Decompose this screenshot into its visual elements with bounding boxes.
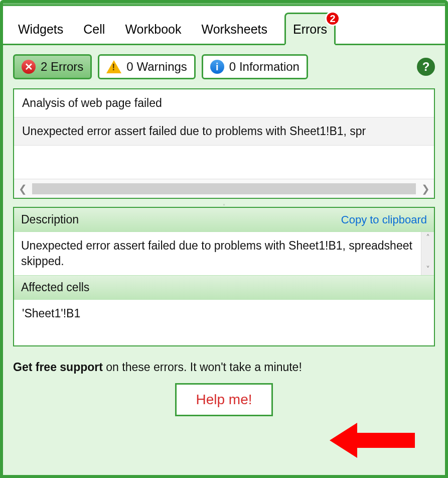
tab-widgets[interactable]: Widgets [15, 13, 66, 44]
error-item-row[interactable]: Unexpected error assert failed due to pr… [14, 117, 434, 146]
filter-info-button[interactable]: i 0 Information [202, 54, 308, 79]
tab-errors-label: Errors [293, 22, 327, 36]
support-footer: Get free support on these errors. It won… [13, 361, 435, 416]
tab-workbook[interactable]: Workbook [122, 13, 184, 44]
description-body: Unexpected error assert failed due to pr… [14, 232, 434, 276]
help-me-button[interactable]: Help me! [175, 383, 272, 416]
description-header-label: Description [21, 213, 79, 226]
error-icon: ✕ [22, 60, 36, 74]
errors-pane: Widgets Cell Workbook Worksheets Errors … [0, 0, 448, 478]
filter-info-label: 0 Information [229, 60, 300, 74]
filter-errors-label: 2 Errors [41, 60, 83, 74]
scroll-down-icon[interactable]: ˅ [426, 264, 430, 275]
filter-warnings-button[interactable]: 0 Warnings [98, 54, 196, 79]
info-icon: i [210, 60, 224, 74]
support-rest-text: on these errors. It won't take a minute! [103, 361, 302, 374]
svg-marker-0 [330, 423, 415, 458]
error-list: Analysis of web page failed Unexpected e… [13, 88, 435, 199]
filter-row: ✕ 2 Errors 0 Warnings i 0 Information ? [13, 54, 435, 79]
affected-cells-value: 'Sheet1'!B1 [14, 300, 434, 345]
splitter-handle[interactable]: ▫ [13, 202, 435, 206]
copy-to-clipboard-link[interactable]: Copy to clipboard [341, 213, 427, 226]
errors-count-badge: 2 [325, 11, 340, 26]
tab-cell[interactable]: Cell [80, 13, 108, 44]
tab-worksheets[interactable]: Worksheets [198, 13, 270, 44]
warning-icon [106, 60, 121, 73]
description-header: Description Copy to clipboard [14, 208, 434, 232]
filter-warnings-label: 0 Warnings [126, 60, 187, 74]
support-bold-text: Get free support [13, 361, 103, 374]
tab-strip: Widgets Cell Workbook Worksheets Errors … [3, 6, 445, 45]
tab-errors[interactable]: Errors 2 [284, 13, 336, 45]
affected-cells-header: Affected cells [14, 276, 434, 300]
horizontal-scrollbar[interactable]: ❮ ❯ [14, 179, 434, 198]
vertical-scrollbar[interactable]: ˄ ˅ [421, 232, 434, 275]
error-group-row[interactable]: Analysis of web page failed [14, 89, 434, 117]
description-panel: Description Copy to clipboard Unexpected… [13, 207, 435, 346]
errors-content: ✕ 2 Errors 0 Warnings i 0 Information ? … [3, 45, 445, 475]
scroll-left-icon[interactable]: ❮ [14, 183, 31, 195]
attention-arrow-icon [330, 423, 415, 458]
scroll-track[interactable] [32, 183, 416, 194]
description-text: Unexpected error assert failed due to pr… [14, 232, 421, 275]
filter-errors-button[interactable]: ✕ 2 Errors [13, 54, 92, 79]
help-icon-button[interactable]: ? [417, 58, 435, 76]
scroll-up-icon[interactable]: ˄ [426, 232, 430, 244]
scroll-right-icon[interactable]: ❯ [417, 183, 434, 195]
